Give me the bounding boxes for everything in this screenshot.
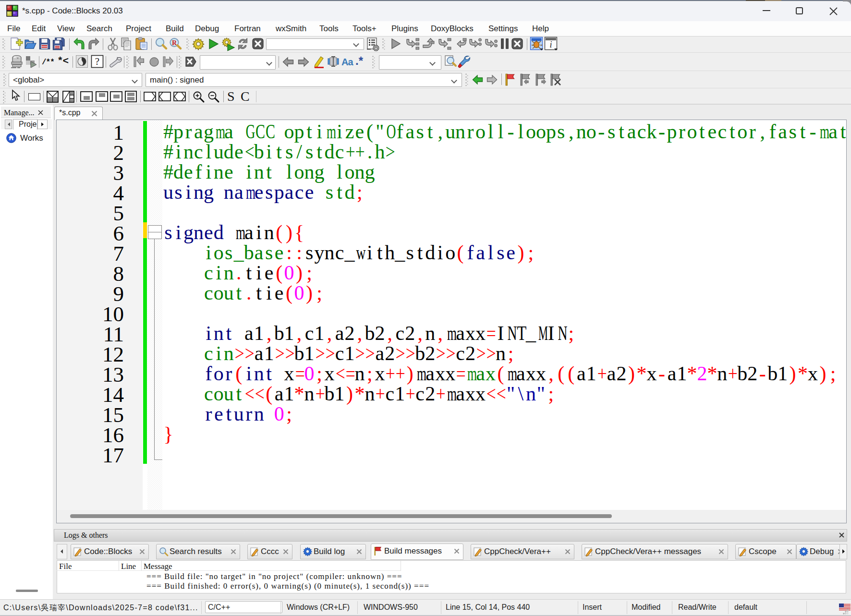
svg-text:?: ? bbox=[95, 56, 99, 67]
svg-text:i: i bbox=[549, 40, 552, 49]
